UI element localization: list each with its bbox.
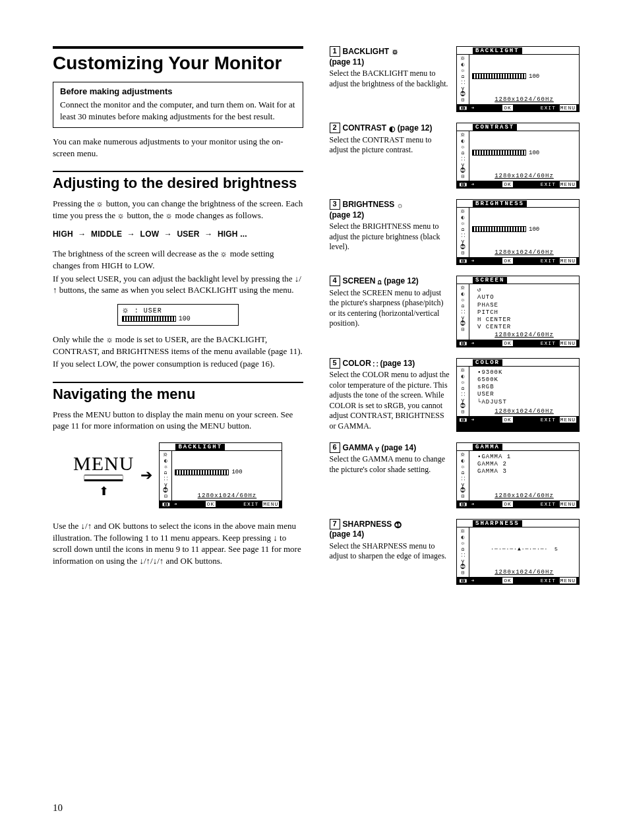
osd-foot-nav: ◧◨ ➔ bbox=[460, 258, 475, 264]
osd-foot-ok: OK bbox=[502, 417, 513, 423]
adj-paragraph-1: Pressing the ⛭ button, you can change th… bbox=[53, 198, 303, 222]
osd-title: BRIGHTNESS bbox=[473, 200, 527, 207]
adj-paragraph-5: If you select LOW, the power consumption… bbox=[53, 358, 303, 370]
osd-foot-exit: EXIT bbox=[541, 340, 556, 346]
osd-sidebar: ⛭◐☼⩍⸬γ⓵⊟ bbox=[457, 527, 469, 577]
menu-item-text: 7SHARPNESS ⓵(page 14)Select the SHARPNES… bbox=[330, 519, 450, 585]
osd-resolution: 1280x1024/60Hz bbox=[175, 493, 279, 499]
menu-item-heading: 7SHARPNESS ⓵(page 14) bbox=[330, 519, 450, 540]
osd-foot-nav: ◧◨ ➔ bbox=[460, 181, 475, 187]
menu-item-description: Select the SCREEN menu to adjust the pic… bbox=[330, 288, 450, 329]
adj-paragraph-4: Only while the ⛭ mode is set to USER, ar… bbox=[53, 334, 303, 357]
osd-gamma: GAMMA⛭◐☼⩍⸬γ⓵⊟▪GAMMA 1 GAMMA 2 GAMMA 3128… bbox=[456, 442, 580, 508]
seq-item: MIDDLE bbox=[91, 229, 122, 239]
osd-backlight-illustration: BACKLIGHT ⛭◐☼⩍⸬γ⓵⊟ 100 1280x1024/60Hz ◧◨… bbox=[159, 442, 282, 508]
osd-foot-exit: EXIT bbox=[541, 181, 556, 187]
title-text: CONTRAST bbox=[343, 123, 389, 133]
level-bar bbox=[472, 150, 526, 156]
text-fragment: The brightness of the screen will decrea… bbox=[53, 249, 220, 258]
brightness-icon: ☼ bbox=[397, 200, 404, 210]
osd-sidebar: ⛭◐☼⩍⸬γ⓵⊟ bbox=[457, 55, 469, 104]
nav-paragraph-2: Use the ↓/↑ and OK buttons to select the… bbox=[53, 520, 303, 566]
osd-sharpness: SHARPNESS⛭◐☼⩍⸬γ⓵⊟·─·─·─·▲·─·─·─· 51280x1… bbox=[456, 519, 580, 585]
menu-item-text: 4SCREEN ⩍ (page 12)Select the SCREEN men… bbox=[330, 276, 450, 347]
osd-sidebar: ⛭◐☼⩍⸬γ⓵⊟ bbox=[457, 451, 469, 500]
title-page-ref: (page 12) bbox=[330, 210, 365, 220]
before-heading: Before making adjustments bbox=[60, 86, 296, 96]
menu-item-heading: 5COLOR ⸬ (page 13) bbox=[330, 358, 450, 369]
menu-item-heading: 2CONTRAST ◐ (page 12) bbox=[330, 123, 450, 134]
osd-foot-nav: ◧◨ ➔ bbox=[460, 340, 475, 346]
osd-foot-nav: ◧◨ ➔ bbox=[460, 578, 475, 584]
osd-resolution: 1280x1024/60Hz bbox=[472, 569, 576, 576]
osd-content: ▪9300K 6500K sRGB USER └ADJUST1280x1024/… bbox=[469, 367, 579, 416]
osd-sidebar: ⛭◐☼⩍⸬γ⓵⊟ bbox=[457, 208, 469, 257]
menu-item-text: 2CONTRAST ◐ (page 12)Select the CONTRAST… bbox=[330, 123, 450, 189]
osd-foot-menu: MENU bbox=[560, 501, 576, 507]
seq-item: LOW bbox=[140, 229, 160, 239]
osd-foot-exit: EXIT bbox=[541, 501, 556, 507]
title-page-ref: (page 12) bbox=[382, 276, 419, 285]
osd-color: COLOR⛭◐☼⩍⸬γ⓵⊟▪9300K 6500K sRGB USER └ADJ… bbox=[456, 358, 580, 432]
osd-foot-ok: OK bbox=[502, 340, 513, 346]
osd-list-item: PITCH bbox=[477, 309, 576, 316]
section-rule bbox=[53, 171, 303, 172]
osd-list: ▪9300K 6500K sRGB USER └ADJUST bbox=[472, 368, 576, 408]
osd-resolution: 1280x1024/60Hz bbox=[472, 493, 576, 499]
menu-item-heading: 4SCREEN ⩍ (page 12) bbox=[330, 276, 450, 287]
user-mode-indicator: ⛭ : USER 100 bbox=[117, 304, 239, 326]
osd-foot-ok: OK bbox=[502, 258, 513, 264]
osd-sidebar: ⛭◐☼⩍⸬γ⓵⊟ bbox=[457, 367, 469, 416]
page-title: Customizing Your Monitor bbox=[53, 53, 303, 74]
osd-title: COLOR bbox=[473, 359, 502, 366]
osd-foot-menu: MENU bbox=[560, 181, 576, 187]
osd-foot-exit: EXIT bbox=[243, 501, 258, 507]
backlight-icon: ⛭ bbox=[392, 47, 399, 57]
menu-item-brightness: 3BRIGHTNESS ☼(page 12)Select the BRIGHTN… bbox=[330, 199, 580, 265]
osd-list-item: V CENTER bbox=[477, 324, 576, 331]
backlight-icon: ⛭ bbox=[96, 200, 104, 210]
title-page-ref: (page 14) bbox=[330, 529, 365, 539]
contrast-icon: ◐ bbox=[389, 124, 396, 133]
section-adjusting-heading: Adjusting to the desired brightness bbox=[53, 175, 303, 191]
menu-item-gamma: 6GAMMA γ (page 14)Select the GAMMA menu … bbox=[330, 442, 580, 508]
section-navigating-heading: Navigating the menu bbox=[53, 386, 303, 402]
osd-list-item: 6500K bbox=[477, 376, 576, 384]
number-box: 7 bbox=[330, 519, 340, 529]
menu-item-screen: 4SCREEN ⩍ (page 12)Select the SCREEN men… bbox=[330, 276, 580, 347]
arrow-right-icon: → bbox=[164, 229, 172, 239]
arrow-up-icon: ⬆ bbox=[99, 484, 109, 498]
osd-foot-nav: ◧◨ ➔ bbox=[460, 501, 475, 507]
left-column: Customizing Your Monitor Before making a… bbox=[53, 46, 303, 595]
text-fragment: Pressing the bbox=[53, 198, 96, 208]
backlight-icon: ⛭ bbox=[117, 212, 125, 222]
osd-title: SCREEN bbox=[473, 277, 507, 284]
osd-content: 1001280x1024/60Hz bbox=[469, 131, 579, 181]
osd-foot-ok: OK bbox=[502, 105, 513, 111]
osd-sidebar: ⛭◐☼⩍⸬γ⓵⊟ bbox=[160, 451, 172, 500]
section-rule bbox=[53, 382, 303, 383]
osd-list-item: └ADJUST bbox=[477, 399, 576, 406]
title-page-ref: (page 14) bbox=[379, 443, 416, 452]
osd-foot-exit: EXIT bbox=[541, 578, 556, 584]
title-text: SCREEN bbox=[343, 276, 378, 285]
manual-page: Customizing Your Monitor Before making a… bbox=[0, 0, 629, 840]
seq-item: HIGH ... bbox=[218, 229, 247, 239]
osd-brightness: BRIGHTNESS⛭◐☼⩍⸬γ⓵⊟1001280x1024/60Hz◧◨ ➔O… bbox=[456, 199, 580, 265]
osd-list-item: PHASE bbox=[477, 302, 576, 309]
osd-foot-ok: OK bbox=[502, 578, 513, 584]
before-adjustments-box: Before making adjustments Connect the mo… bbox=[53, 82, 303, 128]
before-body: Connect the monitor and the computer, an… bbox=[60, 99, 296, 122]
menu-button-graphic: MENU ⬆ bbox=[73, 452, 134, 498]
osd-value: 100 bbox=[529, 150, 539, 156]
osd-content: ↺AUTOPHASEPITCHH CENTERV CENTER1280x1024… bbox=[469, 284, 579, 340]
osd-footer: ◧◨ ➔OKEXIT MENU bbox=[457, 181, 579, 188]
user-value: 100 bbox=[179, 315, 191, 322]
menu-item-description: Select the BRIGHTNESS menu to adjust the… bbox=[330, 222, 450, 253]
right-column: 1BACKLIGHT ⛭(page 11)Select the BACKLIGH… bbox=[330, 46, 580, 595]
osd-sidebar: ⛭◐☼⩍⸬γ⓵⊟ bbox=[457, 284, 469, 340]
osd-foot-nav: ◧◨ ➔ bbox=[162, 501, 177, 507]
osd-list: ▪GAMMA 1 GAMMA 2 GAMMA 3 bbox=[472, 452, 576, 493]
menu-item-heading: 1BACKLIGHT ⛭(page 11) bbox=[330, 46, 450, 67]
osd-footer: ◧◨ ➔OKEXIT MENU bbox=[457, 416, 579, 423]
